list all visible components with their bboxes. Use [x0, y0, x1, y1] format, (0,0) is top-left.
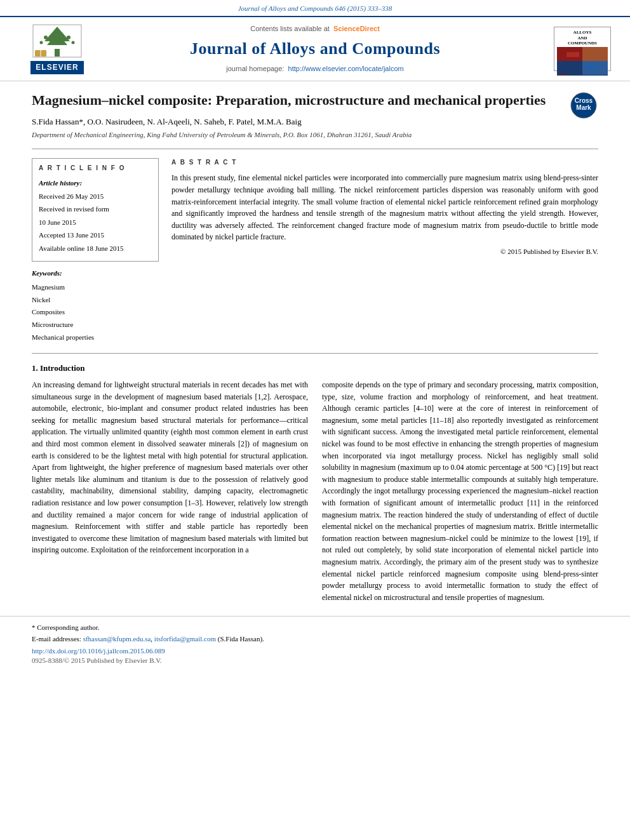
divider-1 [32, 149, 598, 149]
page-header: ELSEVIER Contents lists available at Sci… [0, 17, 630, 81]
abstract-text: In this present study, fine elemental ni… [171, 172, 598, 243]
intro-right-text: composite depends on the type of primary… [322, 379, 598, 603]
available-online: Available online 18 June 2015 [39, 243, 152, 254]
homepage-line: journal homepage: http://www.elsevier.co… [95, 64, 535, 74]
article-title: Magnesium–nickel composite: Preparation,… [32, 91, 598, 110]
received-revised-label: Received in revised form [39, 204, 152, 215]
elsevier-box: ELSEVIER [19, 23, 95, 74]
doi-link[interactable]: http://dx.doi.org/10.1016/j.jallcom.2015… [32, 647, 165, 655]
keyword-4: Microstructure [32, 319, 159, 331]
journal-top-bar: Journal of Alloys and Compounds 646 (201… [0, 0, 630, 17]
homepage-url[interactable]: http://www.elsevier.com/locate/jalcom [288, 65, 404, 72]
svg-point-3 [44, 36, 48, 39]
affiliation-line: Department of Mechanical Engineering, Ki… [32, 130, 598, 140]
elsevier-label-text: ELSEVIER [30, 61, 83, 74]
journal-ref-text: Journal of Alloys and Compounds 646 (201… [238, 4, 392, 12]
article-info-col: A R T I C L E I N F O Article history: R… [32, 158, 159, 343]
svg-point-4 [67, 36, 70, 39]
keyword-2: Nickel [32, 294, 159, 307]
corresponding-author-note: * Corresponding author. [32, 623, 598, 632]
keyword-5: Mechanical properties [32, 331, 159, 344]
email-line: E-mail addresses: sfhassan@kfupm.edu.sa,… [32, 634, 598, 644]
issn-line: 0925-8388/© 2015 Published by Elsevier B… [32, 656, 598, 665]
elsevier-logo-area: ELSEVIER [19, 23, 95, 74]
received-revised-date: 10 June 2015 [39, 217, 152, 228]
logo-graphic [557, 47, 608, 76]
svg-rect-14 [566, 52, 579, 57]
accepted-date: Accepted 13 June 2015 [39, 230, 152, 241]
keywords-label: Keywords: [32, 268, 159, 279]
sciencedirect-link[interactable]: ScienceDirect [333, 25, 380, 32]
doi-line: http://dx.doi.org/10.1016/j.jallcom.2015… [32, 646, 598, 656]
info-abstract-section: A R T I C L E I N F O Article history: R… [32, 158, 598, 343]
article-info-heading: A R T I C L E I N F O [39, 164, 152, 173]
contents-line: Contents lists available at ScienceDirec… [95, 24, 535, 34]
article-info-box: A R T I C L E I N F O Article history: R… [32, 158, 159, 262]
intro-body: An increasing demand for lightweight str… [32, 379, 598, 603]
journal-main-title: Journal of Alloys and Compounds [95, 37, 535, 60]
alloys-logo-box: ALLOYSANDCOMPOUNDS [554, 27, 611, 71]
keyword-3: Composites [32, 306, 159, 319]
main-content: Magnesium–nickel composite: Preparation,… [0, 81, 630, 616]
keyword-1: Magnesium [32, 281, 159, 294]
svg-text:Mark: Mark [576, 104, 591, 111]
svg-rect-0 [55, 49, 60, 57]
svg-rect-12 [557, 61, 582, 75]
abstract-heading: A B S T R A C T [171, 158, 598, 167]
divider-2 [32, 353, 598, 354]
history-label: Article history: [39, 178, 152, 189]
intro-section-title: 1. Introduction [32, 363, 598, 374]
elsevier-tree-icon [32, 23, 83, 58]
svg-point-6 [72, 41, 75, 44]
email1-link[interactable]: sfhassan@kfupm.edu.sa [83, 635, 151, 643]
authors-line: S.Fida Hassan*, O.O. Nasirudeen, N. Al-A… [32, 116, 598, 128]
header-center: Contents lists available at ScienceDirec… [95, 24, 535, 74]
svg-text:Cross: Cross [575, 97, 593, 104]
keywords-box: Keywords: Magnesium Nickel Composites Mi… [32, 268, 159, 343]
journal-logo-area: ALLOYSANDCOMPOUNDS [535, 27, 611, 71]
intro-left-col: An increasing demand for lightweight str… [32, 379, 308, 603]
email2-link[interactable]: itsforfida@gmail.com [154, 635, 216, 643]
svg-point-5 [40, 41, 43, 44]
intro-right-col: composite depends on the type of primary… [322, 379, 598, 603]
abstract-section: A B S T R A C T In this present study, f… [171, 158, 598, 257]
logo-title-text: ALLOYSANDCOMPOUNDS [568, 30, 597, 46]
abstract-col: A B S T R A C T In this present study, f… [171, 158, 598, 343]
svg-rect-11 [582, 47, 608, 61]
footer: * Corresponding author. E-mail addresses… [0, 616, 630, 670]
svg-rect-15 [586, 65, 598, 70]
copyright-text: © 2015 Published by Elsevier B.V. [171, 247, 598, 257]
crossmark-badge: Cross Mark [570, 91, 598, 123]
received-date: Received 26 May 2015 [39, 191, 152, 202]
keywords-list: Magnesium Nickel Composites Microstructu… [32, 281, 159, 344]
intro-left-text: An increasing demand for lightweight str… [32, 379, 308, 556]
